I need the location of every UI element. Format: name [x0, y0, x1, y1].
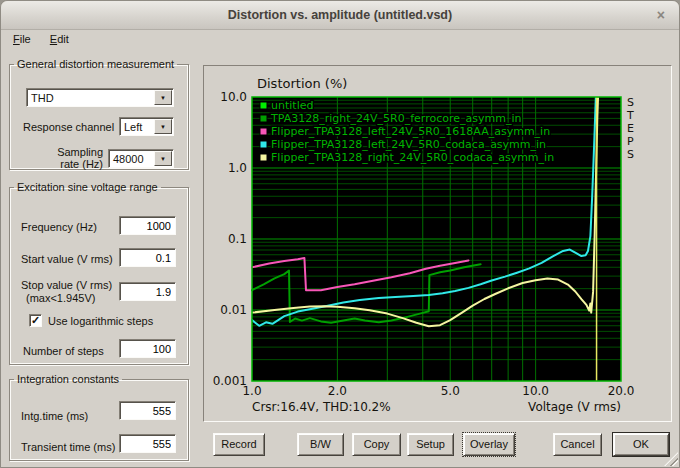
x-tick-label: 2.0	[328, 384, 347, 398]
stop-value-note: (max<1.945V)	[21, 292, 95, 304]
cursor-status-text: Crsr:16.4V, THD:10.2%	[252, 400, 391, 414]
measurement-select[interactable]: THD ▼	[26, 88, 174, 107]
copy-button[interactable]: Copy	[352, 433, 401, 456]
bw-button[interactable]: B/W	[297, 433, 344, 456]
setup-button[interactable]: Setup	[407, 433, 454, 456]
chart-panel: untitledTPA3128_right_24V_5R0_ferrocore_…	[203, 65, 672, 422]
steps-side-label: S	[627, 148, 634, 161]
check-icon: ✓	[31, 314, 40, 326]
legend-swatch	[260, 141, 267, 148]
stop-value-label: Stop value (V rms) (max<1.945V)	[21, 279, 112, 305]
menu-bar: File Edit	[1, 30, 679, 50]
log-steps-label: Use logarithmic steps	[48, 315, 153, 327]
transient-time-input[interactable]	[119, 434, 176, 453]
stop-value-input[interactable]	[119, 282, 176, 301]
legend-item: Flipper_TPA3128_left_24V_5R0_codaca_asym…	[271, 138, 546, 151]
measurement-value: THD	[31, 92, 54, 104]
chart-svg: untitledTPA3128_right_24V_5R0_ferrocore_…	[204, 66, 671, 421]
steps-side-label: E	[627, 122, 634, 135]
group-excitation-title: Excitation sine voltage range	[14, 181, 161, 193]
cancel-button[interactable]: Cancel	[553, 433, 602, 456]
steps-side-label: T	[626, 109, 634, 122]
group-integration: Integration constants Intg.time (ms) Tra…	[9, 373, 189, 461]
legend-item: Flipper_TPA3128_right_24V_5R0_codaca_asy…	[271, 151, 554, 164]
sampling-rate-value: 48000	[113, 153, 144, 165]
legend-swatch	[260, 128, 267, 135]
x-tick-label: 20.0	[608, 384, 635, 398]
chevron-down-icon[interactable]: ▼	[154, 151, 172, 166]
close-icon[interactable]: ×	[657, 1, 665, 29]
steps-side-label: S	[627, 96, 634, 109]
legend-item: TPA3128_right_24V_5R0_ferrocore_asymm_in	[270, 112, 521, 125]
response-channel-value: Left	[124, 121, 142, 133]
x-axis-label: Voltage (V rms)	[528, 400, 621, 414]
group-general-title: General distortion measurement	[14, 58, 177, 70]
intg-time-input[interactable]	[119, 401, 176, 420]
y-tick-label: 0.1	[228, 232, 247, 246]
log-steps-checkbox[interactable]: ✓	[29, 314, 42, 327]
steps-input[interactable]	[119, 339, 176, 358]
group-excitation: Excitation sine voltage range Frequency …	[9, 181, 189, 365]
menu-file[interactable]: File	[9, 30, 35, 47]
legend-swatch	[260, 154, 267, 161]
y-tick-label: 0.01	[220, 303, 247, 317]
group-integration-title: Integration constants	[14, 373, 122, 385]
legend-item: untitled	[271, 99, 313, 112]
menu-edit[interactable]: Edit	[46, 30, 73, 47]
chart-title: Distortion (%)	[257, 76, 347, 91]
transient-time-label: Transient time (ms)	[21, 441, 115, 453]
steps-label: Number of steps	[23, 345, 104, 357]
frequency-input[interactable]	[119, 216, 176, 235]
x-tick-label: 10.0	[522, 384, 549, 398]
x-tick-label: 1.0	[242, 384, 261, 398]
window-title: Distortion vs. amplitude (untitled.vsd)	[1, 1, 679, 29]
x-tick-label: 5.0	[441, 384, 460, 398]
record-button[interactable]: Record	[213, 433, 265, 456]
chevron-down-icon[interactable]: ▼	[154, 119, 172, 134]
intg-time-label: Intg.time (ms)	[21, 410, 88, 422]
y-tick-label: 10.0	[220, 90, 247, 104]
title-bar: Distortion vs. amplitude (untitled.vsd) …	[1, 1, 679, 30]
legend-swatch	[260, 115, 267, 122]
frequency-label: Frequency (Hz)	[21, 221, 97, 233]
ok-button[interactable]: OK	[613, 433, 669, 456]
response-channel-label: Response channel	[23, 121, 114, 133]
legend-swatch	[260, 102, 267, 109]
start-value-input[interactable]	[119, 248, 176, 267]
chevron-down-icon[interactable]: ▼	[154, 90, 172, 105]
group-general: General distortion measurement THD ▼ Res…	[9, 58, 189, 170]
sampling-rate-select[interactable]: 48000 ▼	[108, 149, 174, 168]
dialog-window: Distortion vs. amplitude (untitled.vsd) …	[0, 0, 680, 468]
y-tick-label: 1.0	[228, 161, 247, 175]
sampling-rate-label: Sampling rate (Hz)	[40, 146, 103, 170]
overlay-button[interactable]: Overlay	[463, 433, 515, 456]
start-value-label: Start value (V rms)	[21, 253, 113, 265]
legend-item: Flipper_TPA3128_left_24V_5R0_1618AA_asym…	[271, 125, 550, 138]
response-channel-select[interactable]: Left ▼	[119, 117, 174, 136]
steps-side-label: P	[627, 135, 634, 148]
